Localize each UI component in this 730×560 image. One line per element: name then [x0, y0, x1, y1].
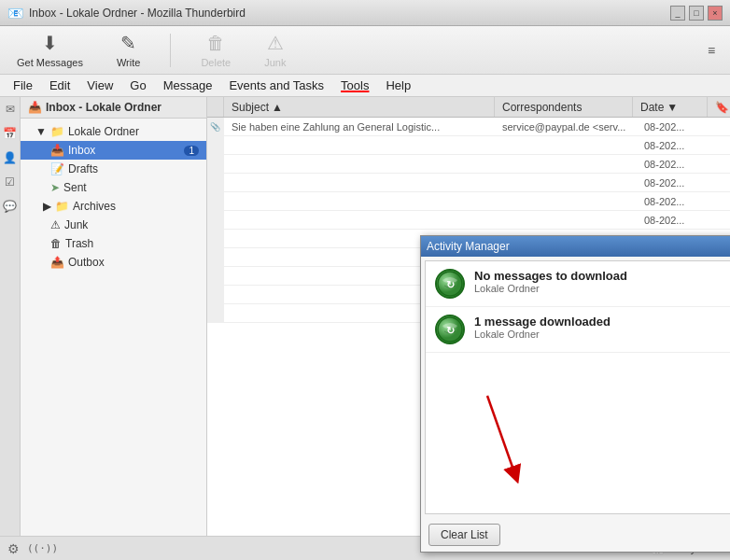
statusbar-left: ⚙ ((·)): [7, 541, 58, 556]
activity-title-2: 1 message downloaded: [474, 315, 730, 329]
folder-header: 📥 Inbox - Lokale Ordner: [21, 97, 206, 119]
close-button[interactable]: ×: [708, 6, 723, 21]
toolbar-menu-button[interactable]: ≡: [702, 41, 721, 60]
th-subject[interactable]: Subject ▲: [224, 97, 495, 117]
left-icon-chat[interactable]: 💬: [2, 198, 19, 215]
toolbar-right: ≡: [702, 41, 721, 60]
menu-events-tasks[interactable]: Events and Tasks: [221, 77, 331, 94]
table-row[interactable]: 08-202...: [207, 211, 730, 230]
wifi-icon: ((·)): [27, 542, 58, 554]
sidebar-item-junk[interactable]: ⚠ Junk: [21, 216, 206, 234]
svg-text:↻: ↻: [446, 325, 455, 336]
row-date: 08-202...: [637, 215, 711, 226]
date-col-label: Date: [640, 101, 664, 114]
folder-section: ▼ 📁 Lokale Ordner 📥 Inbox 1 📝 Drafts ➤ S…: [21, 119, 206, 275]
activity-content-2: 1 message downloaded Lokale Ordner: [474, 315, 730, 340]
table-row[interactable]: 📎 Sie haben eine Zahlung an General Logi…: [207, 118, 730, 136]
activity-success-icon-1: ↻: [435, 269, 465, 299]
write-label: Write: [117, 57, 140, 68]
row-subject: Sie haben eine Zahlung an General Logist…: [224, 121, 495, 133]
drafts-icon: 📝: [50, 162, 64, 175]
junk-button[interactable]: ⚠ Junk: [257, 28, 293, 72]
delete-label: Delete: [201, 57, 231, 68]
table-row[interactable]: 08-202...: [207, 136, 730, 155]
drafts-label: Drafts: [68, 162, 98, 175]
menu-tools[interactable]: Tools: [333, 77, 376, 94]
flag-icon: 🔖: [715, 101, 729, 114]
left-icon-mail[interactable]: ✉: [2, 101, 19, 118]
th-flag: 🔖: [708, 97, 730, 117]
row-date: 08-202...: [637, 140, 711, 151]
subject-col-label: Subject: [232, 101, 269, 114]
th-correspondents[interactable]: Correspondents: [495, 97, 633, 117]
junk-label: Junk: [64, 218, 88, 231]
sent-label: Sent: [63, 181, 87, 194]
sidebar: 📥 Inbox - Lokale Ordner ▼ 📁 Lokale Ordne…: [21, 97, 207, 536]
table-row[interactable]: 08-202...: [207, 174, 730, 192]
title-bar: 📧 Inbox - Lokale Ordner - Mozilla Thunde…: [0, 0, 730, 26]
chevron-down-icon: ▼: [35, 125, 47, 138]
sidebar-item-outbox[interactable]: 📤 Outbox: [21, 253, 206, 272]
left-icon-tasks[interactable]: ☑: [2, 174, 19, 190]
inbox-badge: 1: [184, 146, 199, 156]
sidebar-item-trash[interactable]: 🗑 Trash: [21, 234, 206, 253]
table-row[interactable]: 08-202...: [207, 155, 730, 174]
window-title: Inbox - Lokale Ordner - Mozilla Thunderb…: [29, 7, 246, 20]
sidebar-item-archives[interactable]: ▶ 📁 Archives: [21, 197, 206, 216]
activity-dialog-titlebar: Activity Manager _ □ ×: [421, 236, 730, 257]
activity-success-icon-2: ↻: [435, 315, 465, 344]
folder-header-label: Inbox - Lokale Ordner: [46, 101, 161, 114]
main-layout: ✉ 📅 👤 ☑ 💬 📥 Inbox - Lokale Ordner ▼ 📁 Lo…: [0, 97, 730, 536]
table-header: Subject ▲ Correspondents Date ▼ 🔖: [207, 97, 730, 118]
menu-message[interactable]: Message: [156, 77, 220, 94]
left-icon-contacts[interactable]: 👤: [2, 149, 19, 166]
folder-header-icon: 📥: [28, 101, 42, 114]
content-area: Subject ▲ Correspondents Date ▼ 🔖 📎 Sie …: [207, 97, 730, 536]
menu-help[interactable]: Help: [378, 77, 418, 94]
left-icon-calendar[interactable]: 📅: [2, 125, 19, 142]
maximize-button[interactable]: □: [689, 6, 704, 21]
corr-col-label: Correspondents: [502, 101, 582, 114]
activity-content-1: No messages to download Lokale Ordner: [474, 269, 730, 294]
toolbar-separator: [170, 34, 171, 67]
activity-list: ↻ No messages to download Lokale Ordner …: [425, 260, 730, 514]
archives-label: Archives: [73, 200, 116, 213]
trash-label: Trash: [65, 237, 93, 250]
row-corr: service@paypal.de <serv...: [495, 121, 637, 133]
activity-item: ↻ 1 message downloaded Lokale Ordner 09:…: [426, 307, 730, 353]
activity-subtitle-2: Lokale Ordner: [474, 329, 730, 340]
sidebar-item-sent[interactable]: ➤ Sent: [21, 178, 206, 197]
activity-title-1: No messages to download: [474, 269, 730, 283]
sidebar-item-inbox[interactable]: 📥 Inbox 1: [21, 141, 206, 160]
junk-label: Junk: [264, 57, 286, 68]
delete-button[interactable]: 🗑 Delete: [193, 29, 238, 72]
activity-manager-dialog: Activity Manager _ □ ×: [420, 235, 730, 553]
write-button[interactable]: ✎ Write: [109, 28, 147, 72]
clear-list-button[interactable]: Clear List: [428, 524, 500, 546]
row-date: 08-202...: [637, 196, 711, 207]
window-title-area: 📧 Inbox - Lokale Ordner - Mozilla Thunde…: [7, 6, 246, 21]
trash-icon: 🗑: [50, 237, 62, 250]
menu-view[interactable]: View: [79, 77, 120, 94]
svg-text:↻: ↻: [446, 279, 455, 290]
th-date[interactable]: Date ▼: [633, 97, 708, 117]
menu-file[interactable]: File: [6, 77, 40, 94]
settings-icon[interactable]: ⚙: [7, 541, 20, 556]
activity-dialog-title: Activity Manager: [427, 240, 510, 253]
junk-icon: ⚠: [267, 32, 284, 54]
activity-subtitle-1: Lokale Ordner: [474, 283, 730, 294]
table-row[interactable]: 08-202...: [207, 192, 730, 211]
activity-footer: Clear List: [421, 518, 730, 552]
window-controls: _ □ ×: [670, 6, 723, 21]
get-messages-icon: ⬇: [42, 32, 58, 54]
archives-icon: 📁: [55, 200, 69, 213]
get-messages-button[interactable]: ⬇ Get Messages: [9, 28, 91, 72]
menu-edit[interactable]: Edit: [42, 77, 77, 94]
account-folder-icon: 📁: [50, 125, 64, 138]
minimize-button[interactable]: _: [670, 6, 685, 21]
menu-go[interactable]: Go: [122, 77, 153, 94]
account-label[interactable]: ▼ 📁 Lokale Ordner: [21, 122, 206, 141]
outbox-icon: 📤: [50, 256, 64, 269]
inbox-icon: 📥: [50, 144, 64, 157]
sidebar-item-drafts[interactable]: 📝 Drafts: [21, 160, 206, 178]
